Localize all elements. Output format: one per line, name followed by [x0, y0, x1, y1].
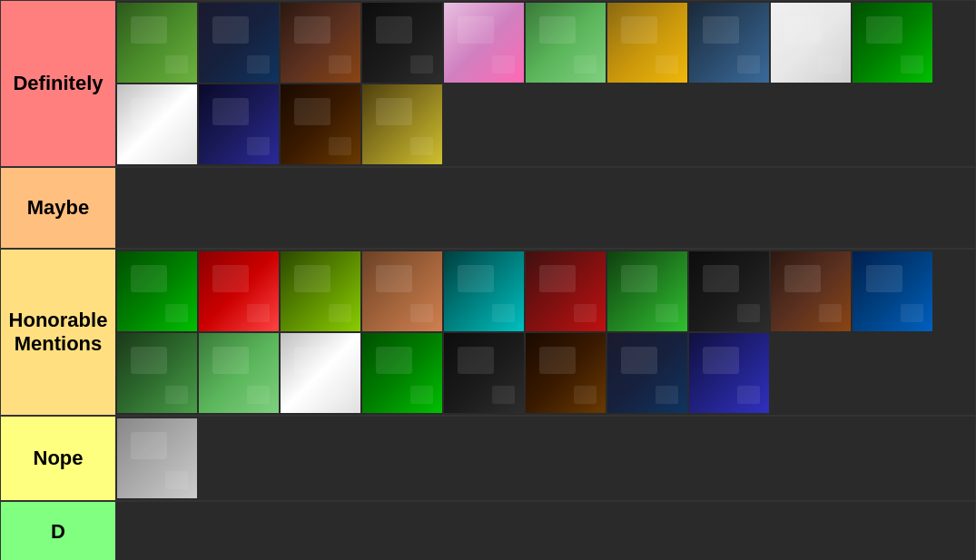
tier-content-definitely[interactable] — [115, 1, 975, 166]
tier-label-definitely: Definitely — [1, 1, 115, 166]
tier-label-honorable: Honorable Mentions — [1, 250, 115, 415]
game-thumbnail[interactable] — [362, 251, 442, 331]
tier-row-d: D — [1, 502, 975, 560]
game-thumbnail[interactable] — [362, 3, 442, 83]
game-thumbnail[interactable] — [117, 84, 197, 164]
tier-label-maybe: Maybe — [1, 168, 115, 248]
game-thumbnail[interactable] — [526, 251, 606, 331]
game-thumbnail[interactable] — [199, 84, 279, 164]
tier-content-honorable[interactable] — [115, 250, 975, 415]
tier-row-maybe: Maybe — [1, 168, 975, 250]
tier-table: DefinitelyMaybeHonorable MentionsNopeD — [0, 0, 976, 560]
tier-row-nope: Nope — [1, 417, 975, 502]
game-thumbnail[interactable] — [281, 3, 360, 83]
game-thumbnail[interactable] — [117, 333, 197, 413]
game-thumbnail[interactable] — [444, 3, 524, 83]
game-thumbnail[interactable] — [853, 3, 932, 83]
game-thumbnail[interactable] — [689, 3, 769, 83]
game-thumbnail[interactable] — [281, 251, 360, 331]
game-thumbnail[interactable] — [362, 333, 442, 413]
game-thumbnail[interactable] — [362, 84, 442, 164]
game-thumbnail[interactable] — [689, 251, 769, 331]
tier-content-d[interactable] — [115, 502, 975, 560]
game-thumbnail[interactable] — [607, 333, 687, 413]
tier-content-maybe[interactable] — [115, 168, 975, 248]
tier-row-honorable: Honorable Mentions — [1, 250, 975, 417]
game-thumbnail[interactable] — [444, 251, 524, 331]
game-thumbnail[interactable] — [607, 251, 687, 331]
game-thumbnail[interactable] — [526, 3, 606, 83]
game-thumbnail[interactable] — [607, 3, 687, 83]
game-thumbnail[interactable] — [281, 84, 360, 164]
game-thumbnail[interactable] — [117, 3, 197, 83]
game-thumbnail[interactable] — [771, 3, 851, 83]
game-thumbnail[interactable] — [199, 251, 279, 331]
tier-row-definitely: Definitely — [1, 1, 975, 168]
tier-label-nope: Nope — [1, 417, 115, 500]
game-thumbnail[interactable] — [689, 333, 769, 413]
game-thumbnail[interactable] — [117, 418, 197, 498]
tier-label-d: D — [1, 502, 115, 560]
game-thumbnail[interactable] — [526, 333, 606, 413]
game-thumbnail[interactable] — [199, 3, 279, 83]
game-thumbnail[interactable] — [771, 251, 851, 331]
game-thumbnail[interactable] — [117, 251, 197, 331]
game-thumbnail[interactable] — [853, 251, 932, 331]
game-thumbnail[interactable] — [444, 333, 524, 413]
game-thumbnail[interactable] — [281, 333, 360, 413]
tier-content-nope[interactable] — [115, 417, 975, 500]
game-thumbnail[interactable] — [199, 333, 279, 413]
